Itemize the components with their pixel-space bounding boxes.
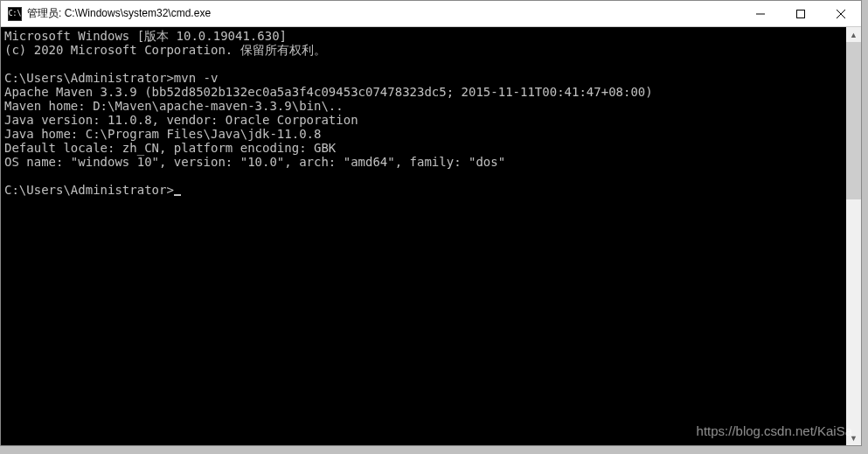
scroll-up-button[interactable]: ▲ [846,27,861,42]
console-line: (c) 2020 Microsoft Corporation. 保留所有权利。 [4,43,326,57]
cmd-icon: C:\ [8,7,22,21]
console-line: Microsoft Windows [版本 10.0.19041.630] [4,29,287,43]
svg-rect-1 [797,10,805,17]
cmd-window: C:\ 管理员: C:\Windows\system32\cmd.exe Mic… [0,0,862,446]
close-button[interactable] [821,1,861,26]
console-line: Java home: C:\Program Files\Java\jdk-11.… [4,127,321,141]
cursor [174,194,181,196]
titlebar[interactable]: C:\ 管理员: C:\Windows\system32\cmd.exe [1,1,861,27]
console-area: Microsoft Windows [版本 10.0.19041.630] (c… [1,27,861,445]
console-line: Java version: 11.0.8, vendor: Oracle Cor… [4,113,358,127]
console-line: Apache Maven 3.3.9 (bb52d8502b132ec0a5a3… [4,85,653,99]
console-line: C:\Users\Administrator>mvn -v [4,71,218,85]
vertical-scrollbar[interactable]: ▲ ▼ [846,27,861,445]
maximize-button[interactable] [781,1,821,26]
console-line: Maven home: D:\Maven\apache-maven-3.3.9\… [4,99,344,113]
console-prompt: C:\Users\Administrator> [4,183,174,197]
console-output[interactable]: Microsoft Windows [版本 10.0.19041.630] (c… [1,27,846,445]
window-controls [740,1,861,26]
console-line: OS name: "windows 10", version: "10.0", … [4,155,505,169]
window-title: 管理员: C:\Windows\system32\cmd.exe [27,6,740,21]
scroll-down-button[interactable]: ▼ [846,430,861,445]
minimize-button[interactable] [740,1,781,26]
console-line: Default locale: zh_CN, platform encoding… [4,141,336,155]
scroll-thumb[interactable] [846,42,861,199]
